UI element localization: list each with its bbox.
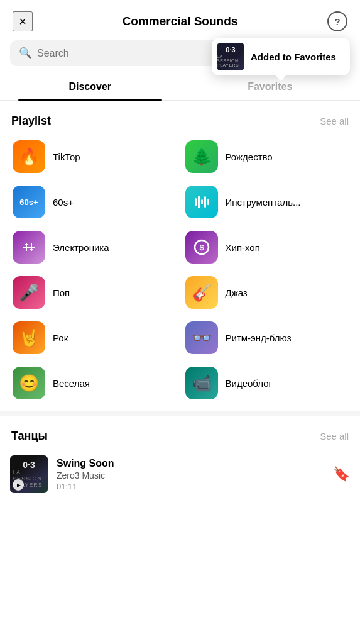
jazz-icon: 🎸 [185, 276, 218, 309]
playlist-item-videoblog[interactable]: 📹 Видеоблог [180, 360, 353, 406]
playlist-item-electronika[interactable]: Электроника [8, 225, 180, 270]
tab-favorites[interactable]: Favorites [180, 74, 361, 100]
rozhdestvo-icon: 🌲 [185, 140, 218, 173]
playlist-item-pop[interactable]: 🎤 Поп [8, 270, 180, 315]
thumb-num: 0·3 [23, 460, 35, 469]
pop-label: Поп [53, 287, 70, 298]
search-icon: 🔍 [19, 47, 32, 60]
playlist-section-header: Playlist See all [0, 106, 360, 134]
play-icon[interactable] [13, 479, 24, 491]
track-title: Swing Soon [57, 458, 324, 469]
dances-see-all[interactable]: See all [320, 431, 349, 441]
60s-icon: 60s+ [13, 186, 45, 218]
toast-thumbnail: 0·3 LA SESSION PLAYERS [217, 43, 244, 70]
videoblog-label: Видеоблог [226, 378, 272, 389]
added-to-favorites-toast: 0·3 LA SESSION PLAYERS Added to Favorite… [212, 38, 350, 75]
playlist-see-all[interactable]: See all [320, 116, 349, 126]
playlist-item-rok[interactable]: 🤘 Рок [8, 315, 180, 360]
pop-icon: 🎤 [13, 276, 45, 309]
page-title: Commercial Sounds [123, 14, 238, 28]
instrumental-label: Инструменталь... [226, 197, 301, 208]
rok-label: Рок [53, 333, 68, 343]
svg-rect-0 [195, 198, 197, 206]
tiktop-icon: 🔥 [13, 140, 45, 173]
playlist-item-ritm[interactable]: 👓 Ритм-энд-блюз [180, 315, 353, 360]
playlist-title: Playlist [11, 114, 51, 128]
tabs: Discover Favorites [0, 74, 360, 101]
playlist-item-jazz[interactable]: 🎸 Джаз [180, 270, 353, 315]
svg-rect-1 [198, 196, 200, 208]
search-toast-row: 🔍 0·3 LA SESSION PLAYERS Added to Favori… [0, 40, 360, 74]
playlist-item-tiktop[interactable]: 🔥 TikTop [8, 134, 180, 179]
svg-rect-4 [207, 199, 209, 205]
rozhdestvo-label: Рождество [226, 152, 273, 162]
dances-section-header: Танцы See all [0, 421, 360, 449]
electronika-label: Электроника [53, 242, 109, 253]
playlist-item-60s[interactable]: 60s+ 60s+ [8, 179, 180, 225]
track-duration: 01:11 [57, 482, 324, 491]
veselaya-icon: 😊 [13, 367, 45, 399]
dances-title: Танцы [11, 430, 48, 443]
playlist-item-veselaya[interactable]: 😊 Веселая [8, 360, 180, 406]
playlist-item-hiphop[interactable]: $ Хип-хоп [180, 225, 353, 270]
tiktop-label: TikTop [53, 152, 80, 162]
close-button[interactable]: × [13, 11, 33, 31]
svg-rect-2 [201, 199, 203, 204]
header: × Commercial Sounds ? [0, 0, 360, 40]
bookmark-icon[interactable]: 🔖 [333, 466, 350, 482]
track-artist: Zero3 Music [57, 470, 324, 480]
track-thumbnail: 0·3 LA SESSION PLAYERS [10, 455, 48, 493]
electronika-icon [13, 231, 45, 264]
tab-discover[interactable]: Discover [0, 74, 180, 100]
svg-text:$: $ [199, 243, 204, 252]
playlist-item-instrumental[interactable]: Инструменталь... [180, 179, 353, 225]
track-item-swing-soon[interactable]: 0·3 LA SESSION PLAYERS Swing Soon Zero3 … [0, 449, 360, 499]
ritm-label: Ритм-энд-блюз [226, 333, 292, 343]
veselaya-label: Веселая [53, 378, 90, 389]
svg-rect-3 [204, 196, 206, 208]
track-info: Swing Soon Zero3 Music 01:11 [57, 458, 324, 491]
60s-label: 60s+ [53, 197, 74, 208]
ritm-icon: 👓 [185, 321, 218, 354]
playlist-grid: 🔥 TikTop 🌲 Рождество 60s+ 60s+ Инструмен… [0, 134, 360, 406]
dances-section: Танцы See all 0·3 LA SESSION PLAYERS Swi… [0, 421, 360, 506]
instrumental-icon [185, 186, 218, 218]
playlist-item-rozhdestvo[interactable]: 🌲 Рождество [180, 134, 353, 179]
hiphop-icon: $ [185, 231, 218, 264]
videoblog-icon: 📹 [185, 367, 218, 399]
section-divider [0, 411, 360, 416]
rok-icon: 🤘 [13, 321, 45, 354]
toast-label: Added to Favorites [251, 52, 336, 62]
help-button[interactable]: ? [327, 11, 347, 31]
hiphop-label: Хип-хоп [226, 242, 260, 253]
jazz-label: Джаз [226, 287, 248, 298]
